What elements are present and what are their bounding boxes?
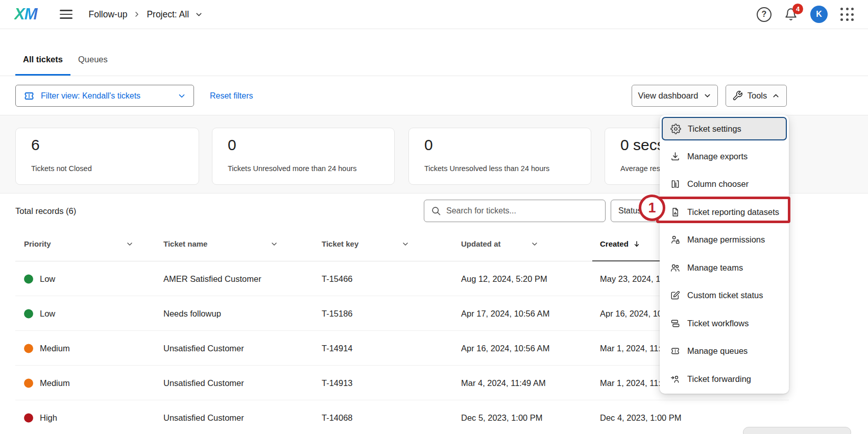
ticket-key-cell: T-15186	[322, 309, 353, 319]
column-label: Priority	[24, 239, 51, 248]
ticket-search	[424, 200, 606, 222]
chevron-down-icon[interactable]	[531, 240, 539, 248]
help-icon[interactable]: ?	[757, 7, 771, 22]
menu-item-column-chooser[interactable]: Column chooser	[660, 171, 789, 199]
priority-cell: Medium	[24, 378, 70, 388]
menu-item-custom-ticket-status[interactable]: Custom ticket status	[660, 282, 789, 310]
chevron-right-icon	[133, 10, 141, 18]
hamburger-menu-icon[interactable]	[60, 10, 73, 19]
person-lock-icon	[670, 234, 681, 245]
chevron-down-icon[interactable]	[401, 240, 409, 248]
chevron-down-icon	[177, 91, 186, 101]
menu-item-manage-permissions[interactable]: Manage permissions	[660, 226, 789, 254]
priority-dot-low	[24, 309, 33, 318]
filter-view-dropdown[interactable]: Filter view: Kendall's tickets	[15, 85, 194, 107]
stat-label: Tickets Unresolved less than 24 hours	[424, 164, 575, 173]
chevron-up-icon	[771, 91, 780, 100]
updated-at-cell: Aug 12, 2024, 5:20 PM	[461, 274, 547, 284]
app-switcher-icon[interactable]	[840, 8, 854, 21]
ticket-key-cell: T-14914	[322, 344, 353, 353]
table-row[interactable]: High Unsatisfied Customer T-14068 Dec 5,…	[0, 400, 868, 434]
breadcrumb-project[interactable]: Project: All	[147, 9, 189, 20]
people-icon	[670, 262, 681, 273]
tickets-page: XM Follow-up Project: All ? 4 K All t	[0, 0, 868, 434]
priority-label: Medium	[40, 378, 70, 388]
columns-icon	[670, 179, 681, 189]
topbar-actions: ? 4 K	[757, 6, 854, 23]
ticket-key-cell: T-15466	[322, 274, 353, 284]
column-header-updated-at[interactable]: Updated at	[461, 239, 539, 248]
ticket-name-cell[interactable]: Unsatisfied Customer	[163, 413, 244, 423]
menu-item-label: Ticket workflows	[687, 319, 749, 328]
user-avatar[interactable]: K	[810, 6, 828, 23]
menu-item-manage-queues[interactable]: Manage queues	[660, 337, 789, 366]
menu-item-label: Ticket settings	[688, 124, 741, 134]
ticket-name-cell[interactable]: Unsatisfied Customer	[163, 344, 244, 353]
menu-item-label: Manage queues	[687, 346, 748, 356]
stat-value: 0	[424, 136, 575, 154]
report-document-icon	[670, 207, 681, 218]
chevron-down-icon	[703, 91, 712, 100]
reset-filters-link[interactable]: Reset filters	[210, 91, 253, 101]
menu-item-ticket-workflows[interactable]: Ticket workflows	[660, 309, 789, 337]
search-icon	[431, 206, 441, 216]
column-label: Ticket name	[163, 239, 207, 248]
column-label: Updated at	[461, 239, 501, 248]
edit-icon	[670, 290, 681, 301]
top-navigation-bar: XM Follow-up Project: All ? 4 K	[0, 0, 868, 29]
ticket-name-cell[interactable]: Needs followup	[163, 309, 221, 319]
workflow-icon	[670, 318, 681, 329]
menu-item-label: Column chooser	[687, 179, 749, 189]
stat-label: Tickets Unresolved more than 24 hours	[228, 164, 379, 173]
priority-label: Medium	[40, 344, 70, 353]
search-input[interactable]	[446, 206, 598, 215]
menu-item-ticket-settings[interactable]: Ticket settings	[662, 117, 787, 140]
ticket-name-cell[interactable]: Unsatisfied Customer	[163, 378, 244, 388]
tools-label: Tools	[748, 91, 767, 101]
priority-label: High	[40, 413, 57, 423]
column-header-priority[interactable]: Priority	[24, 239, 134, 248]
updated-at-cell: Dec 5, 2023, 1:00 PM	[461, 413, 543, 423]
menu-item-manage-exports[interactable]: Manage exports	[660, 142, 789, 171]
forward-person-icon	[670, 374, 681, 384]
tools-button[interactable]: Tools	[726, 85, 787, 107]
ticket-name-cell[interactable]: AMER Satisfied Customer	[163, 274, 261, 284]
tab-queues[interactable]: Queues	[70, 50, 115, 76]
column-header-ticket-name[interactable]: Ticket name	[163, 239, 278, 248]
notification-count-badge: 4	[792, 4, 803, 14]
column-label: Ticket key	[322, 239, 358, 248]
menu-item-manage-teams[interactable]: Manage teams	[660, 254, 789, 282]
chevron-down-icon[interactable]	[195, 10, 203, 19]
gear-icon	[670, 124, 681, 134]
notifications-bell-icon[interactable]: 4	[784, 8, 798, 21]
ticket-key-cell: T-14913	[322, 378, 353, 388]
tab-all-tickets[interactable]: All tickets	[15, 50, 70, 76]
horizontal-scrollbar[interactable]	[743, 427, 851, 434]
updated-at-cell: Apr 17, 2024, 10:56 AM	[461, 309, 549, 319]
chevron-down-icon[interactable]	[126, 240, 134, 248]
view-dashboard-button[interactable]: View dashboard	[632, 85, 718, 107]
priority-label: Low	[40, 309, 55, 319]
priority-cell: Low	[24, 274, 55, 284]
stat-card-not-closed: 6 Tickets not Closed	[15, 128, 199, 185]
view-dashboard-label: View dashboard	[638, 91, 698, 101]
menu-item-ticket-reporting-datasets[interactable]: Ticket reporting datasets	[660, 198, 789, 226]
stat-label: Tickets not Closed	[31, 164, 183, 173]
xm-logo[interactable]: XM	[14, 5, 39, 23]
menu-item-label: Custom ticket status	[687, 291, 763, 300]
updated-at-cell: Mar 4, 2024, 11:49 AM	[461, 378, 546, 388]
priority-cell: Low	[24, 309, 55, 319]
breadcrumb: Follow-up Project: All	[89, 9, 204, 20]
breadcrumb-program[interactable]: Follow-up	[89, 9, 128, 20]
menu-item-ticket-forwarding[interactable]: Ticket forwarding	[660, 365, 789, 393]
sort-descending-arrow-icon	[633, 240, 641, 248]
annotation-step-number: 1	[639, 195, 665, 221]
menu-item-label: Ticket forwarding	[687, 374, 751, 384]
chevron-down-icon[interactable]	[270, 240, 278, 248]
menu-item-label: Ticket reporting datasets	[687, 207, 779, 217]
column-header-created-sorted[interactable]: Created	[600, 239, 641, 248]
tabs-divider	[0, 76, 868, 76]
stat-value: 6	[31, 136, 183, 154]
column-header-ticket-key[interactable]: Ticket key	[322, 239, 409, 248]
stat-card-unresolved-less-24h: 0 Tickets Unresolved less than 24 hours	[408, 128, 591, 185]
